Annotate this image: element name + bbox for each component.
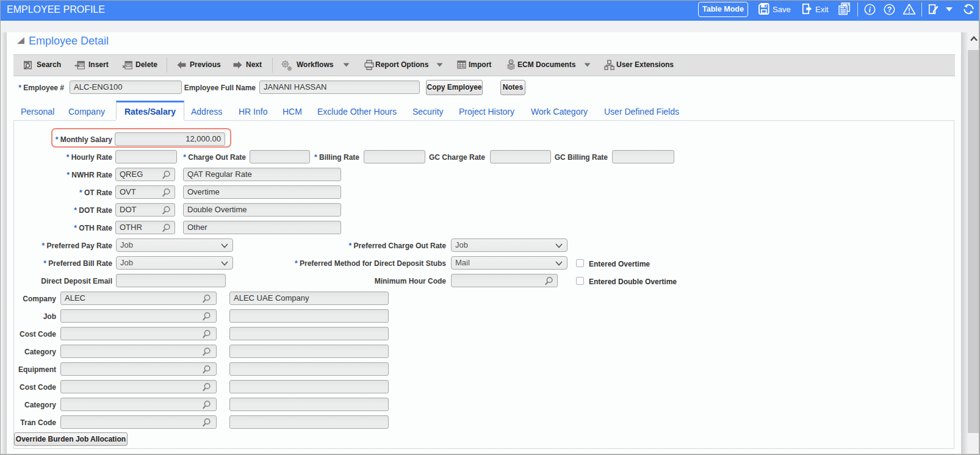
svg-text:i: i	[868, 5, 871, 14]
svg-text:?: ?	[887, 5, 892, 14]
